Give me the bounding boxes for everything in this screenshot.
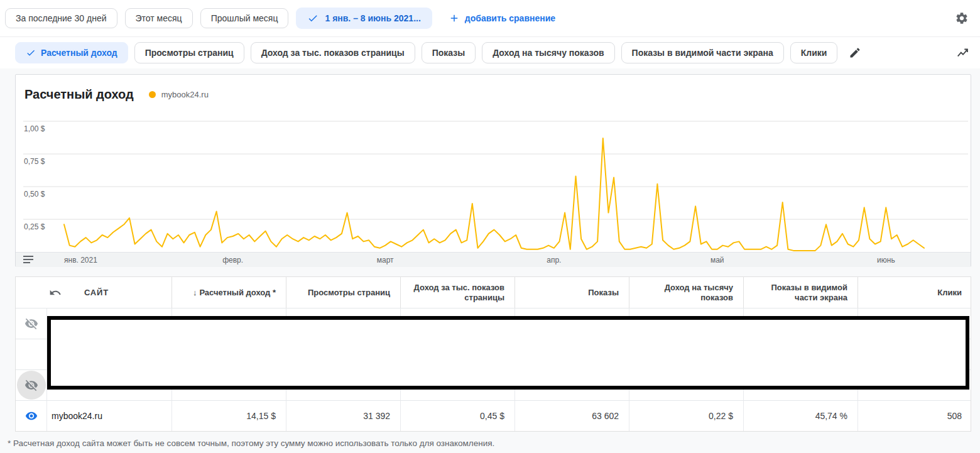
column-header-estimated-earnings[interactable]: ↓ Расчетный доход * [172,277,286,308]
x-axis-tick-label: янв. 2021 [64,256,97,265]
column-header-label: Показы [588,288,619,298]
column-header-clicks[interactable]: Клики [858,277,972,308]
check-icon [26,48,36,58]
column-header-impressions[interactable]: Показы [514,277,629,308]
metric-chip-impression-rpm[interactable]: Доход на тысячу показов [482,42,614,63]
chart-header: Расчетный доход mybook24.ru [24,87,209,102]
metric-chip-label: Клики [801,48,827,58]
edit-metrics-button[interactable] [849,46,861,59]
add-comparison-label: добавить сравнение [465,13,555,23]
date-range-label: 1 янв. – 8 июнь 2021... [325,13,420,23]
column-header-label: САЙТ [84,288,109,297]
gear-icon [955,11,969,25]
site-name: mybook24.ru [47,411,102,421]
column-header-active-view[interactable]: Показы в видимой части экрана [743,277,858,308]
x-axis: янв. 2021февр.мартапр.майиюнь [16,252,971,267]
metric-chip-label: Просмотры страниц [145,48,234,58]
metric-chip-estimated-earnings[interactable]: Расчетный доход [15,42,128,63]
metric-chip-label: Показы в видимой части экрана [632,48,773,58]
hamburger-icon [23,255,33,264]
date-preset-this-month[interactable]: Этот месяц [125,8,193,28]
check-icon [307,13,318,24]
settings-button[interactable] [955,11,969,25]
visibility-cell[interactable] [16,370,46,400]
x-axis-tick-label: май [710,256,724,265]
metric-chip-label: Расчетный доход [41,48,117,58]
column-header-site[interactable]: САЙТ [16,277,172,308]
main-content: Расчетный доход mybook24.ru 0,25 $0,50 $… [0,68,980,453]
metric-chip-label: Доход на тысячу показов [493,48,604,58]
column-header-label: Доход за тыс. показов страницы [411,283,504,303]
metric-chip-page-views[interactable]: Просмотры страниц [134,42,244,63]
cell-impression-rpm: 0,22 $ [629,401,743,431]
redaction-box [47,316,969,390]
column-header-label: Просмотры страниц [308,288,390,298]
sort-desc-icon: ↓ [193,288,197,298]
eye-icon [25,410,38,422]
metric-chip-impressions[interactable]: Показы [422,42,476,63]
date-range-bar: За последние 30 дней Этот месяц Прошлый … [0,0,980,37]
metric-chip-active-view[interactable]: Показы в видимой части экрана [621,42,784,63]
table-row-mybook24[interactable]: mybook24.ru 14,15 $ 31 392 0,45 $ 63 602… [16,400,971,431]
metric-chip-label: Доход за тыс. показов страницы [261,48,405,58]
cell-impressions: 63 602 [514,401,629,431]
column-header-page-views[interactable]: Просмотры страниц [286,277,400,308]
x-axis-tick-label: февр. [222,256,243,265]
earnings-line-series [64,138,924,251]
date-preset-last-month[interactable]: Прошлый месяц [200,8,289,28]
cell-page-views: 31 392 [286,401,400,431]
line-chart-icon [956,46,970,60]
metrics-chip-bar: Расчетный доход Просмотры страниц Доход … [0,37,980,68]
cell-active-view: 45,74 % [743,401,858,431]
visibility-cell[interactable] [16,308,46,339]
pencil-icon [849,46,861,59]
chart-menu-button[interactable] [23,255,33,264]
visibility-cell[interactable] [16,339,46,369]
earnings-chart-card: Расчетный доход mybook24.ru 0,25 $0,50 $… [15,74,971,267]
undo-icon[interactable] [49,287,62,299]
column-header-label: Расчетный доход * [199,288,276,298]
legend-dot-icon [149,91,156,98]
column-header-label: Показы в видимой части экрана [754,283,847,303]
column-header-label: Клики [937,288,962,298]
hover-circle [17,371,46,400]
metric-chip-page-rpm[interactable]: Доход за тыс. показов страницы [251,42,415,63]
date-preset-last-30-days[interactable]: За последние 30 дней [5,8,117,28]
date-range-selected-chip[interactable]: 1 янв. – 8 июнь 2021... [296,8,432,29]
plus-icon [449,13,460,24]
chart-type-toggle-button[interactable] [956,46,970,60]
column-header-label: Доход на тысячу показов [640,283,733,303]
add-comparison-button[interactable]: добавить сравнение [449,13,555,24]
eye-off-icon [24,317,38,330]
earnings-disclaimer: * Расчетная доход сайта может быть не со… [8,439,494,448]
x-axis-tick-label: июнь [877,256,895,265]
metric-chip-clicks[interactable]: Клики [790,42,838,63]
cell-clicks: 508 [858,401,972,431]
column-header-impression-rpm[interactable]: Доход на тысячу показов [629,277,743,308]
visibility-cell[interactable] [16,401,46,431]
cell-estimated-earnings: 14,15 $ [172,401,286,431]
table-header-row: САЙТ ↓ Расчетный доход * Просмотры стран… [16,277,971,308]
metric-chip-label: Показы [432,48,466,58]
cell-page-rpm: 0,45 $ [400,401,514,431]
x-axis-tick-label: апр. [547,256,561,265]
column-header-page-rpm[interactable]: Доход за тыс. показов страницы [400,277,514,308]
chart-title: Расчетный доход [24,87,134,102]
x-axis-tick-label: март [377,256,394,265]
site-cell: mybook24.ru [46,401,172,431]
eye-off-icon [24,378,38,392]
legend-series-label: mybook24.ru [161,90,209,99]
